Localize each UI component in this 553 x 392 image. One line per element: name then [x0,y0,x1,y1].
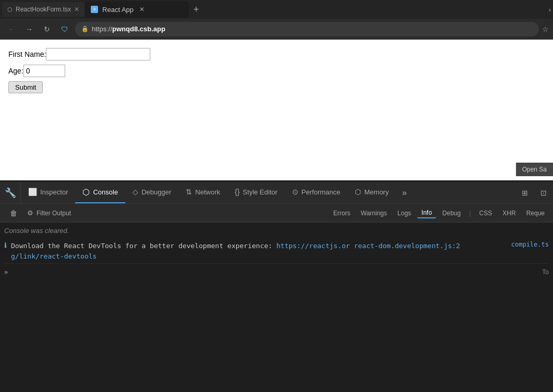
age-row: Age: [8,65,545,77]
style-editor-icon: {} [235,188,239,196]
inactive-tab-close[interactable]: ✕ [74,6,79,13]
console-icon: ⬡ [82,187,90,197]
webpage-content: First Name: Age: Submit Open Sa [0,40,553,180]
tab-style-editor[interactable]: {} Style Editor [227,182,285,204]
react-devtools-link1[interactable]: https://reactjs.or [276,242,350,250]
inactive-tab[interactable]: ⬡ ReactHookForm.tsx ✕ [2,2,85,17]
console-label: Console [93,188,118,196]
tab-chevron[interactable]: › [549,6,551,14]
tab-inspector[interactable]: ⬜ Inspector [21,182,75,204]
first-name-label: First Name: [8,50,46,58]
info-icon: ℹ [4,241,7,249]
active-tab-close[interactable]: ✕ [138,5,146,14]
devtools-toolbar: 🔧 ⬜ Inspector ⬡ Console ◇ Debugger ⇅ Net… [0,182,553,204]
browser-chrome: ⬡ ReactHookForm.tsx ✕ ⚛ React App ✕ + › … [0,0,553,40]
filter-xhr[interactable]: XHR [498,209,520,218]
inactive-tab-label: ReactHookForm.tsx [16,6,71,13]
tab-network[interactable]: ⇅ Network [178,182,227,204]
tab-debugger[interactable]: ◇ Debugger [125,182,178,204]
console-bottom-bar: » To [0,266,553,278]
clear-console-button[interactable]: 🗑 [4,204,23,223]
filter-warnings[interactable]: Warnings [357,209,391,218]
reload-button[interactable]: ↻ [40,22,54,36]
tab-favicon: ⚛ [91,6,98,13]
network-icon: ⇅ [186,188,192,196]
expand-chevron[interactable]: » [4,268,8,276]
console-message-devtools: ℹ Download the React DevTools for a bett… [4,239,549,264]
bottom-right-text: To [542,268,549,276]
console-message-text: Download the React DevTools for a better… [11,241,460,261]
react-dom-link[interactable]: react-dom.development.js:2 [354,242,460,250]
shield-icon: 🛡 [57,22,72,36]
console-cleared-message: Console was cleared. [4,225,549,237]
console-source-link[interactable]: compile.ts [511,241,549,248]
first-name-row: First Name: [8,48,545,60]
active-tab[interactable]: ⚛ React App ✕ [85,1,189,18]
filter-output-button[interactable]: ⚙ Filter Output [27,209,71,217]
console-toolbar: 🗑 ⚙ Filter Output Errors Warnings Logs I… [0,204,553,223]
tab-performance[interactable]: ⊙ Performance [285,182,347,204]
console-output: Console was cleared. ℹ Download the Reac… [0,223,553,266]
filter-logs[interactable]: Logs [393,209,415,218]
filter-icon: ⚙ [27,209,33,217]
filter-info[interactable]: Info [417,208,436,218]
back-button[interactable]: ← [4,22,19,36]
bookmark-button[interactable]: ☆ [542,25,549,33]
url-scheme: https:// [92,25,112,33]
open-sandbox-button[interactable]: Open Sa [516,163,553,176]
filter-errors[interactable]: Errors [329,209,355,218]
network-label: Network [195,188,220,196]
submit-row: Submit [8,81,545,93]
url-host: pwnqd8.csb.app [112,25,165,33]
devtools-logo[interactable]: 🔧 [0,182,21,204]
forward-button[interactable]: → [22,22,37,36]
tab-bar: ⬡ ReactHookForm.tsx ✕ ⚛ React App ✕ + › [0,0,553,19]
first-name-input[interactable] [46,48,150,60]
inspector-icon: ⬜ [28,188,37,196]
devtools-actions: ⊞ ⊡ [515,183,553,202]
address-bar: ← → ↻ 🛡 🔒 https://pwnqd8.csb.app ☆ [0,19,553,40]
react-devtools-link2[interactable]: g/link/react-devtools [11,252,97,260]
memory-icon: ⬡ [355,188,361,196]
filter-requests[interactable]: Reque [522,209,549,218]
age-label: Age: [8,67,23,75]
url-text: https://pwnqd8.csb.app [92,25,165,33]
console-filter-tabs: Errors Warnings Logs Info Debug | CSS XH… [329,208,549,218]
devtools-more-button[interactable]: » [396,182,413,204]
devtools-dock-button[interactable]: ⊡ [534,183,553,202]
filter-css[interactable]: CSS [475,209,497,218]
filter-output-label: Filter Output [37,210,71,217]
devtools-panel: 🔧 ⬜ Inspector ⬡ Console ◇ Debugger ⇅ Net… [0,180,553,278]
active-tab-label: React App [102,6,134,14]
performance-label: Performance [302,188,340,196]
devtools-responsive-button[interactable]: ⊞ [515,183,534,202]
tab-console[interactable]: ⬡ Console [75,182,125,204]
memory-label: Memory [364,188,389,196]
lock-icon: 🔒 [81,26,89,32]
url-bar[interactable]: 🔒 https://pwnqd8.csb.app [75,22,539,36]
debugger-icon: ◇ [133,188,138,196]
message-prefix: Download the React DevTools for a better… [11,242,276,250]
inactive-tab-icon: ⬡ [7,6,13,13]
age-input[interactable] [23,65,65,77]
performance-icon: ⊙ [292,188,298,196]
filter-debug[interactable]: Debug [438,209,465,218]
new-tab-button[interactable]: + [189,2,203,17]
debugger-label: Debugger [141,188,171,196]
style-editor-label: Style Editor [243,188,277,196]
devtools-logo-icon: 🔧 [5,187,16,199]
inspector-label: Inspector [40,188,68,196]
submit-button[interactable]: Submit [8,81,43,93]
tab-memory[interactable]: ⬡ Memory [347,182,396,204]
